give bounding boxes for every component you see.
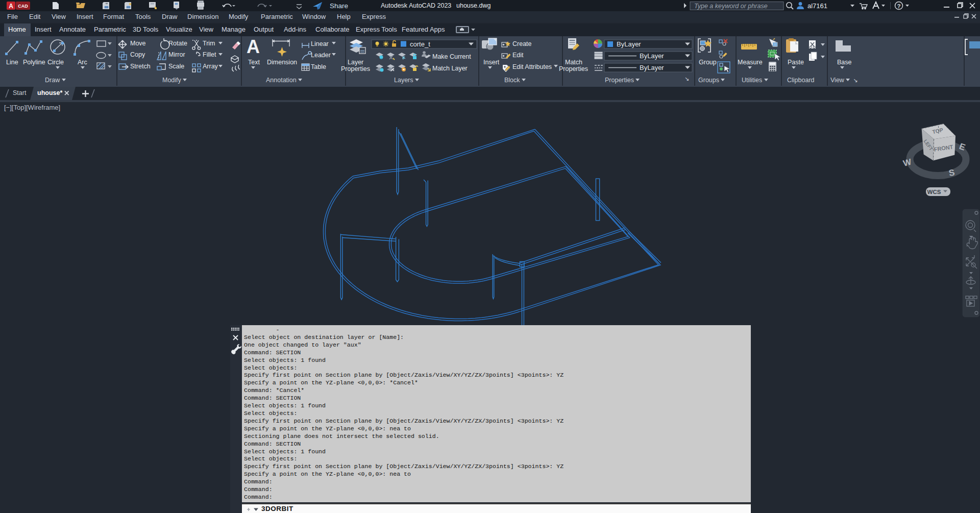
svg-text:?: ? (897, 3, 900, 9)
svg-text:A: A (247, 36, 260, 57)
svg-text:corte_t: corte_t (410, 40, 430, 48)
svg-text:WCS: WCS (927, 189, 941, 195)
svg-text:al7161: al7161 (807, 2, 827, 10)
svg-text:ByLayer: ByLayer (640, 52, 664, 60)
svg-text:Share: Share (330, 2, 348, 10)
svg-text:A: A (9, 3, 13, 10)
svg-text:ByLayer: ByLayer (617, 40, 641, 48)
svg-text:ByLayer: ByLayer (640, 64, 664, 71)
svg-text:Type a keyword or phrase: Type a keyword or phrase (694, 3, 768, 10)
svg-text:CAD: CAD (18, 4, 28, 9)
